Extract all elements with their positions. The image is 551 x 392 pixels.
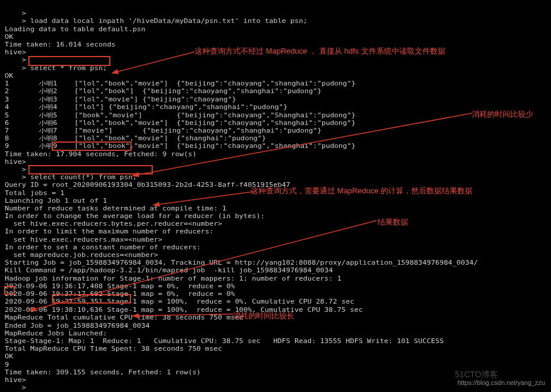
output-line: 2 小明2 ["lol","book"] {"beijing":"chaoyan… [5,88,322,95]
output-line: 8 小明8 ["lol","book","movie"] {"shanghai"… [5,135,266,141]
output-line: Time taken: 16.014 seconds [5,41,116,48]
output-line: OK [5,34,13,40]
output-line: Total MapReduce CPU Time Spent: 38 secon… [5,345,222,352]
output-line: > [5,166,26,173]
output-line: Kill Command = /app/hadoop-3.2.1/bin/map… [5,268,333,274]
output-line: MapReduce Jobs Launched: [5,330,107,337]
output-line: Number of reduce tasks determined at com… [5,205,227,212]
output-line: set hive.exec.reducers.bytes.per.reducer… [5,220,222,227]
output-line: 2020-09-06 19:37:17,692 Stage-1 map = 0%… [5,291,235,297]
annotation-result: 结果数据 [378,217,408,228]
output-line: set mapreduce.job.reduces=<number> [5,252,158,258]
output-line: In order to set a constant number of red… [5,244,201,251]
output-line: 6 小明6 ["lol","book","movie"] {"beijing":… [5,119,356,126]
output-line: Time taken: 309.155 seconds, Fetched: 1 … [5,369,201,375]
output-line: Stage-Stage-1: Map: 1 Reduce: 1 Cumulati… [5,338,444,344]
output-line: > [5,57,26,64]
output-line: In order to change the average load for … [5,213,265,219]
output-line: hive> [5,49,26,55]
output-line: 9 [5,361,9,367]
output-line: Hadoop job information for Stage-1: numb… [5,275,342,282]
output-line: > [5,384,26,391]
output-line: > load data local inpath '/hiveData/myDa… [5,18,307,25]
output-line: 2020-09-06 19:36:17,408 Stage-1 map = 0%… [5,283,235,289]
output-line: 2020-09-06 19:37:59,351 Stage-1 map = 10… [5,299,354,305]
watermark-csdn: https://blog.csdn.net/yang_zzu [457,378,545,387]
output-line: OK [5,73,13,79]
output-line: set hive.exec.reducers.max=<number> [5,236,162,243]
output-line: Starting Job = job_1598834976984_0034, T… [5,259,478,266]
output-line: > select * from psn; [5,65,107,71]
output-line: Ended Job = job_1598834976984_0034 [5,322,150,328]
output-line: MapReduce Total cumulative CPU time: 38 … [5,314,244,321]
output-line: hive> [5,159,26,165]
output-line: hive> [5,377,26,383]
annotation-short-time: 消耗的时间比较少 [472,109,533,120]
annotation-long-time: 消耗的时间比较长 [233,311,294,321]
output-line: Total jobs = 1 [5,189,64,196]
output-line: In order to limit the maximum number of … [5,229,214,235]
output-line: 4 小明4 ["lol"] {"beijing":"chaoyang","sha… [5,104,287,110]
annotation-no-mapreduce: 这种查询方式不经过 MapReduce ， 直接从 hdfs 文件系统中读取文件… [195,46,445,57]
output-line: 5 小明5 ["book","movie"] {"beijing":"chaoy… [5,111,356,118]
output-line: 7 小明7 ["movie"] {"beijing":"chaoyang","s… [5,127,322,134]
output-line: Launching Job 1 out of 1 [5,197,107,204]
output-line: Time taken: 17.904 seconds, Fetched: 9 r… [5,150,196,157]
output-line: Query ID = root_20200906193304_0b315093-… [5,182,290,188]
output-line: 2020-09-06 19:38:10,636 Stage-1 map = 10… [5,307,363,313]
output-line: 3 小明3 ["lol","movie"] {"beijing":"chaoya… [5,96,236,103]
output-line: 9 小明9 ["lol","book","movie"] {"beijing":… [5,143,356,149]
output-line: Loading data to table default.psn [5,26,145,32]
output-line: > select count(*) from psn; [5,174,137,180]
output-line: > [5,10,26,17]
output-line: OK [5,353,13,360]
output-line: 1 小明1 ["lol","book","movie"] {"beijing":… [5,80,356,87]
annotation-mapreduce: 这种查询方式，需要通过 MapReduce 的计算，然后数据结果数据 [251,186,473,196]
